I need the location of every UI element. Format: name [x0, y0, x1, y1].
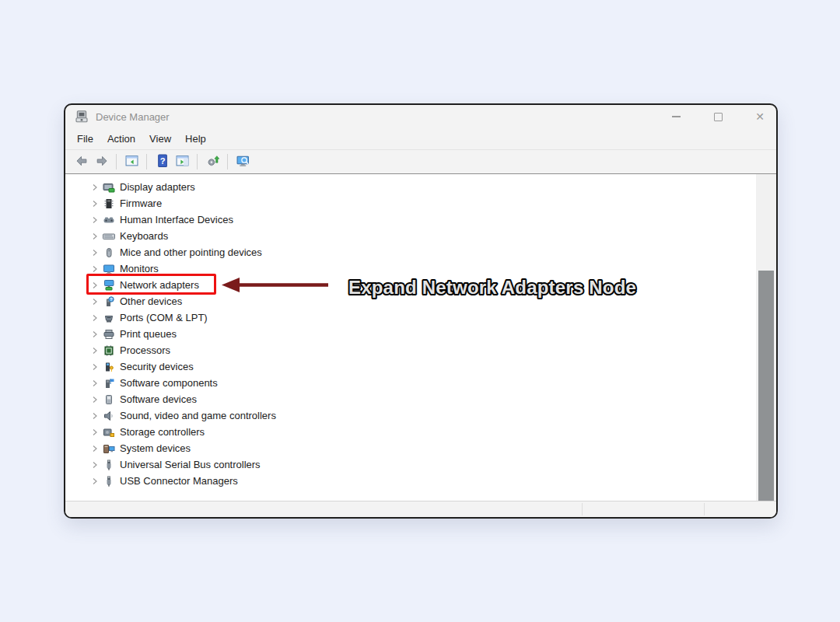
- title-bar[interactable]: Device Manager ✕: [65, 105, 776, 128]
- device-manager-window: Device Manager ✕ FileActionViewHelp ? Di…: [64, 103, 778, 519]
- help-icon: ?: [156, 154, 169, 170]
- expand-chevron-icon[interactable]: [89, 426, 101, 439]
- menu-file[interactable]: File: [70, 131, 100, 147]
- tree-item-mice-and-other-pointing-devices[interactable]: Mice and other pointing devices: [65, 244, 776, 260]
- show-console-tree-button[interactable]: [122, 152, 141, 171]
- menu-action[interactable]: Action: [100, 131, 142, 147]
- tree-item-keyboards[interactable]: Keyboards: [65, 228, 776, 244]
- window-title: Device Manager: [96, 111, 670, 123]
- tree-item-label: Security devices: [120, 361, 194, 372]
- svg-text:?: ?: [159, 156, 165, 165]
- expand-chevron-icon[interactable]: [89, 328, 101, 341]
- monitor-icon: [103, 263, 115, 275]
- tree-item-human-interface-devices[interactable]: Human Interface Devices: [65, 211, 776, 228]
- tree-item-label: Firmware: [120, 197, 162, 209]
- back-button[interactable]: [72, 152, 90, 171]
- tree-item-label: Ports (COM & LPT): [120, 312, 208, 323]
- menu-help[interactable]: Help: [178, 131, 213, 147]
- tree-item-storage-controllers[interactable]: Storage controllers: [65, 424, 776, 440]
- expand-chevron-icon[interactable]: [89, 344, 101, 357]
- computer-search-icon: [236, 154, 250, 170]
- status-bar: [65, 501, 776, 517]
- toolbar-separator: [116, 154, 117, 169]
- system-icon: [103, 442, 115, 455]
- toolbar: ?: [65, 150, 776, 173]
- tree-item-label: Software components: [120, 377, 218, 389]
- usb-icon: [103, 459, 115, 471]
- scrollbar-thumb[interactable]: [758, 271, 774, 501]
- expand-chevron-icon[interactable]: [89, 246, 101, 259]
- statusbar-divider: [582, 503, 583, 515]
- expand-chevron-icon[interactable]: [89, 263, 101, 275]
- tree-item-label: Keyboards: [120, 230, 168, 242]
- menu-view[interactable]: View: [142, 131, 178, 147]
- tree-item-system-devices[interactable]: System devices: [65, 440, 776, 456]
- expand-chevron-icon[interactable]: [89, 393, 101, 406]
- scan-hardware-changes-icon: [206, 154, 219, 170]
- software-device-icon: [103, 393, 115, 406]
- expand-chevron-icon[interactable]: [89, 475, 101, 487]
- show-action-pane-button[interactable]: [173, 152, 191, 171]
- tree-item-label: Print queues: [120, 328, 177, 340]
- tree-item-label: Human Interface Devices: [120, 214, 233, 225]
- usb-icon: [103, 475, 115, 487]
- computer-search-button[interactable]: [233, 152, 252, 171]
- forward-button[interactable]: [92, 152, 110, 171]
- close-button[interactable]: ✕: [754, 111, 765, 122]
- vertical-scrollbar[interactable]: [756, 174, 776, 501]
- expand-chevron-icon[interactable]: [89, 181, 101, 194]
- tree-item-firmware[interactable]: Firmware: [65, 195, 776, 211]
- minimize-button[interactable]: [670, 111, 681, 122]
- tree-item-label: Universal Serial Bus controllers: [120, 459, 261, 470]
- tree-item-label: Network adapters: [120, 279, 199, 291]
- expand-chevron-icon[interactable]: [89, 279, 101, 292]
- back-icon: [75, 154, 88, 170]
- tree-item-label: Mice and other pointing devices: [120, 246, 262, 258]
- device-tree: Display adaptersFirmwareHuman Interface …: [65, 174, 776, 489]
- storage-icon: [103, 426, 115, 439]
- expand-chevron-icon[interactable]: [89, 197, 101, 210]
- tree-item-monitors[interactable]: Monitors: [65, 260, 776, 277]
- network-icon: [103, 279, 115, 292]
- expand-chevron-icon[interactable]: [89, 214, 101, 226]
- toolbar-separator: [197, 154, 198, 169]
- keyboard-icon: [103, 230, 115, 243]
- tree-item-usb-connector-managers[interactable]: USB Connector Managers: [65, 473, 776, 489]
- tree-item-label: Display adapters: [120, 181, 195, 193]
- tree-item-processors[interactable]: Processors: [65, 342, 776, 358]
- tree-item-label: Software devices: [120, 393, 197, 405]
- expand-chevron-icon[interactable]: [89, 410, 101, 422]
- expand-chevron-icon[interactable]: [89, 312, 101, 324]
- tree-item-print-queues[interactable]: Print queues: [65, 326, 776, 342]
- tree-item-ports-com-lpt[interactable]: Ports (COM & LPT): [65, 309, 776, 326]
- expand-chevron-icon[interactable]: [89, 295, 101, 308]
- software-component-icon: [103, 377, 115, 390]
- tree-item-label: Sound, video and game controllers: [120, 410, 276, 421]
- scan-hardware-changes-button[interactable]: [203, 152, 222, 171]
- tree-item-sound-video-and-game-controllers[interactable]: Sound, video and game controllers: [65, 407, 776, 424]
- help-button[interactable]: ?: [152, 152, 171, 171]
- toolbar-separator: [227, 154, 228, 169]
- maximize-button[interactable]: [712, 111, 723, 122]
- expand-chevron-icon[interactable]: [89, 442, 101, 455]
- display-adapters-icon: [103, 181, 115, 194]
- show-action-pane-icon: [176, 154, 189, 170]
- tree-item-other-devices[interactable]: ?Other devices: [65, 293, 776, 309]
- tree-item-display-adapters[interactable]: Display adapters: [65, 179, 776, 195]
- tree-item-label: System devices: [120, 442, 191, 454]
- printer-icon: [103, 328, 115, 341]
- expand-chevron-icon[interactable]: [89, 230, 101, 243]
- sound-icon: [103, 410, 115, 422]
- tree-item-universal-serial-bus-controllers[interactable]: Universal Serial Bus controllers: [65, 456, 776, 473]
- device-tree-panel: Display adaptersFirmwareHuman Interface …: [65, 173, 776, 501]
- tree-item-software-devices[interactable]: Software devices: [65, 391, 776, 407]
- tree-item-security-devices[interactable]: Security devices: [65, 358, 776, 375]
- expand-chevron-icon[interactable]: [89, 459, 101, 471]
- expand-chevron-icon[interactable]: [89, 377, 101, 390]
- processor-icon: [103, 344, 115, 357]
- toolbar-separator: [146, 154, 147, 169]
- expand-chevron-icon[interactable]: [89, 361, 101, 373]
- tree-item-network-adapters[interactable]: Network adapters: [65, 277, 776, 293]
- tree-item-software-components[interactable]: Software components: [65, 375, 776, 391]
- other-icon: ?: [103, 295, 115, 308]
